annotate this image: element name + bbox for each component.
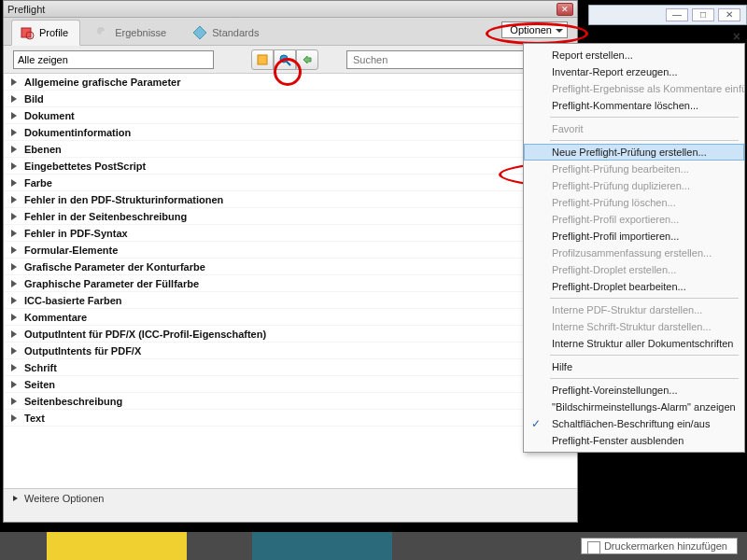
- tree-item[interactable]: OutputIntent für PDF/X (ICC-Profil-Eigen…: [4, 326, 577, 343]
- svg-point-3: [101, 31, 108, 38]
- tab-label: Profile: [39, 27, 68, 38]
- chevron-right-icon: [11, 179, 21, 187]
- tab-results[interactable]: Ergebnisse: [88, 21, 177, 45]
- menu-item[interactable]: Hilfe: [524, 358, 744, 375]
- chevron-right-icon: [11, 129, 21, 136]
- chevron-right-icon: [11, 246, 21, 254]
- tree-item[interactable]: OutputIntents für PDF/X: [4, 343, 577, 359]
- chevron-right-icon: [11, 196, 21, 203]
- tree-item[interactable]: Fehler in PDF-Syntax: [4, 225, 577, 242]
- tab-label: Ergebnisse: [115, 27, 166, 38]
- check-icon: ✓: [531, 417, 541, 430]
- toolbar-button-2[interactable]: [274, 49, 296, 70]
- close-button[interactable]: ✕: [718, 8, 740, 21]
- menu-item: Interne Schrift-Struktur darstellen...: [524, 318, 744, 335]
- menu-item[interactable]: "Bildschirmeinstellungs-Alarm" anzeigen: [524, 399, 744, 415]
- chevron-right-icon: [11, 347, 21, 355]
- menu-item: Preflight-Prüfung löschen...: [524, 194, 744, 211]
- menu-close-icon[interactable]: ×: [733, 29, 740, 44]
- tree-item[interactable]: Allgemeine grafische Parameter: [4, 74, 577, 91]
- chevron-right-icon: [11, 364, 21, 371]
- menu-item: Interne PDF-Struktur darstellen...: [524, 301, 744, 318]
- tree-item[interactable]: Graphische Parameter der Füllfarbe: [4, 275, 577, 292]
- menu-separator: [550, 140, 739, 141]
- chevron-right-icon: [11, 381, 21, 388]
- toolbar-buttons: [251, 49, 318, 70]
- menu-item: Preflight-Prüfung bearbeiten...: [524, 161, 744, 177]
- title-bar: Preflight ✕: [4, 1, 577, 18]
- menu-item[interactable]: Neue Preflight-Prüfung erstellen...: [524, 144, 744, 161]
- menu-item[interactable]: Preflight-Fenster ausblenden: [524, 432, 744, 449]
- menu-item[interactable]: ✓Schaltflächen-Beschriftung ein/aus: [524, 415, 744, 432]
- more-options[interactable]: Weitere Optionen: [4, 489, 577, 508]
- close-icon[interactable]: ✕: [557, 3, 573, 16]
- tree-item[interactable]: Eingebettetes PostScript: [4, 158, 577, 175]
- options-button[interactable]: Optionen: [501, 21, 568, 38]
- menu-separator: [550, 378, 739, 379]
- tree-item[interactable]: Farbe: [4, 175, 577, 191]
- tree-item[interactable]: Seitenbeschreibung: [4, 393, 577, 410]
- maximize-button[interactable]: □: [692, 8, 714, 21]
- tree-item[interactable]: Fehler in der Seitenbeschreibung: [4, 208, 577, 225]
- category-tree[interactable]: Allgemeine grafische ParameterBildDokume…: [4, 74, 577, 489]
- tree-item[interactable]: Kommentare: [4, 309, 577, 326]
- menu-separator: [550, 298, 739, 299]
- menu-item[interactable]: Report erstellen...: [524, 47, 744, 63]
- tree-item[interactable]: Fehler in den PDF-Strukturinformationen: [4, 191, 577, 208]
- svg-rect-5: [258, 55, 267, 64]
- menu-item: Preflight-Profil exportieren...: [524, 211, 744, 228]
- menu-separator: [550, 355, 739, 356]
- profile-icon: [20, 25, 35, 40]
- chevron-right-icon: [11, 330, 21, 338]
- filter-dropdown[interactable]: [13, 50, 214, 69]
- tree-item[interactable]: ICC-basierte Farben: [4, 292, 577, 309]
- tree-item[interactable]: Dokument: [4, 107, 577, 124]
- chevron-right-icon: [11, 414, 21, 422]
- svg-marker-4: [193, 26, 206, 39]
- tree-item[interactable]: Grafische Parameter der Konturfarbe: [4, 259, 577, 275]
- chevron-right-icon: [11, 230, 21, 237]
- window-title: Preflight: [7, 4, 45, 15]
- tree-item[interactable]: Schrift: [4, 359, 577, 376]
- svg-point-6: [280, 55, 288, 63]
- chevron-right-icon: [11, 146, 21, 153]
- menu-item[interactable]: Preflight-Voreinstellungen...: [524, 382, 744, 399]
- options-menu: × Report erstellen...Inventar-Report erz…: [523, 43, 745, 453]
- chevron-right-icon: [13, 496, 21, 501]
- menu-item[interactable]: Preflight-Droplet bearbeiten...: [524, 278, 744, 295]
- tree-item[interactable]: Ebenen: [4, 141, 577, 158]
- chevron-right-icon: [11, 297, 21, 304]
- background-window-controls: — □ ✕: [588, 5, 747, 25]
- menu-item[interactable]: Interne Struktur aller Dokumentschriften: [524, 335, 744, 352]
- chevron-right-icon: [11, 280, 21, 287]
- minimize-button[interactable]: —: [666, 8, 688, 21]
- tree-item[interactable]: Seiten: [4, 376, 577, 393]
- tab-strip: Profile Ergebnisse Standards Optionen: [4, 18, 577, 46]
- tab-profile[interactable]: Profile: [11, 20, 80, 46]
- standards-icon: [192, 25, 207, 40]
- tab-label: Standards: [212, 27, 259, 38]
- results-icon: [95, 25, 110, 40]
- menu-item: Preflight-Prüfung duplizieren...: [524, 177, 744, 194]
- toolbar-button-3[interactable]: [296, 49, 318, 70]
- menu-item[interactable]: Preflight-Profil importieren...: [524, 228, 744, 245]
- tab-standards[interactable]: Standards: [185, 21, 270, 45]
- toolbar: [4, 46, 577, 74]
- preflight-window: Preflight ✕ Profile Ergebnisse Standards…: [3, 0, 578, 523]
- tree-item[interactable]: Text: [4, 410, 577, 427]
- menu-item[interactable]: Inventar-Report erzeugen...: [524, 63, 744, 80]
- tree-item[interactable]: Formular-Elemente: [4, 242, 577, 259]
- status-button[interactable]: Druckermarken hinzufügen: [581, 538, 738, 554]
- svg-line-7: [287, 62, 290, 65]
- chevron-right-icon: [11, 78, 21, 86]
- menu-item[interactable]: Preflight-Kommentare löschen...: [524, 97, 744, 114]
- menu-item: Favorit: [524, 120, 744, 137]
- chevron-right-icon: [11, 213, 21, 220]
- menu-item: Preflight-Droplet erstellen...: [524, 261, 744, 278]
- chevron-right-icon: [11, 398, 21, 405]
- toolbar-button-1[interactable]: [251, 49, 274, 70]
- chevron-right-icon: [11, 112, 21, 119]
- tree-item[interactable]: Dokumentinformation: [4, 124, 577, 141]
- tree-item[interactable]: Bild: [4, 91, 577, 107]
- menu-item: Preflight-Ergebnisse als Kommentare einf…: [524, 80, 744, 97]
